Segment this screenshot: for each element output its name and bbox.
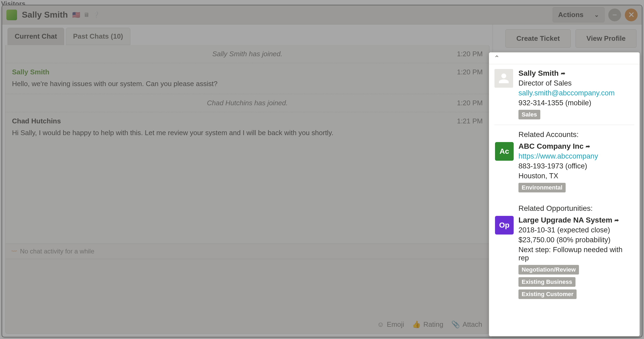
attach-button[interactable]: 📎Attach	[451, 320, 482, 329]
open-external-icon: ➦	[614, 217, 619, 223]
contact-name[interactable]: Sally Smith ➦	[518, 69, 634, 78]
chat-message: Chad Hutchins 1:21 PM Hi Sally, I would …	[6, 112, 489, 143]
account-entry: Ac ABC Company Inc ➦ https://www.abccomp…	[518, 142, 634, 192]
account-url[interactable]: https://www.abccompany	[518, 152, 598, 160]
account-badge: Ac	[495, 142, 514, 161]
activity-icon: 〰	[11, 248, 17, 255]
account-name[interactable]: ABC Company Inc ➦	[518, 142, 634, 151]
chevron-up-icon: ⌃	[494, 54, 500, 62]
country-flag-icon: 🇺🇸	[72, 11, 80, 19]
contact-name-text: Sally Smith	[518, 69, 559, 78]
contact-phone: 932-314-1355 (mobile)	[518, 99, 634, 107]
opportunity-close: 2018-10-31 (expected close)	[518, 226, 634, 234]
open-external-icon: ➦	[586, 143, 590, 150]
minimize-button[interactable]: −	[608, 9, 621, 21]
section-heading: Related Opportunities:	[494, 204, 634, 213]
message-sender: Chad Hutchins	[12, 117, 483, 125]
attach-label: Attach	[462, 320, 482, 329]
chat-transcript: Sally Smith has joined. 1:20 PM Sally Sm…	[6, 45, 489, 244]
tab-past-chats[interactable]: Past Chats (10)	[66, 28, 130, 45]
rating-label: Rating	[423, 320, 443, 329]
contact-title: Director of Sales	[518, 79, 634, 87]
account-name-text: ABC Company Inc	[518, 142, 583, 151]
opportunity-tag: Negotiation/Review	[518, 265, 579, 275]
topbar: Sally Smith 🇺🇸 🖥 ❔ Actions ⌄ − ✕	[2, 5, 642, 25]
view-profile-button[interactable]: View Profile	[575, 29, 637, 48]
event-time: 1:20 PM	[457, 68, 483, 76]
avatar-placeholder-icon	[494, 69, 513, 88]
message-body: Hi Sally, I would be happy to help with …	[12, 128, 483, 138]
inactivity-notice: 〰 No chat activity for a while	[6, 244, 489, 259]
topbar-title: Sally Smith	[22, 10, 68, 20]
system-text: Chad Hutchins has joined.	[207, 99, 288, 107]
rating-button[interactable]: 👍Rating	[412, 320, 443, 329]
opportunity-tag: Existing Business	[518, 277, 575, 287]
system-text: Sally Smith has joined.	[212, 50, 282, 58]
opportunity-name[interactable]: Large Upgrade NA System ➦	[518, 216, 634, 224]
tab-current-chat[interactable]: Current Chat	[7, 28, 64, 45]
system-event: Chad Hutchins has joined. 1:20 PM	[6, 94, 489, 112]
crm-panel: ⌃ Sally Smith ➦ Director of Sales sally.…	[489, 52, 640, 336]
event-time: 1:20 PM	[457, 50, 483, 58]
opportunity-amount: $23,750.00 (80% probability)	[518, 236, 634, 244]
chevron-down-icon: ⌄	[594, 11, 599, 18]
opportunity-badge: Op	[495, 216, 514, 235]
emoji-label: Emoji	[387, 320, 404, 329]
opportunity-entry: Op Large Upgrade NA System ➦ 2018-10-31 …	[518, 216, 634, 299]
monitor-icon[interactable]: 🖥	[83, 11, 89, 18]
create-ticket-button[interactable]: Create Ticket	[505, 29, 571, 48]
contact-card: Sally Smith ➦ Director of Sales sally.sm…	[494, 69, 634, 125]
opportunity-next: Next step: Followup needed with rep	[518, 246, 634, 262]
open-external-icon: ➦	[561, 70, 565, 76]
emoji-button[interactable]: ☺Emoji	[377, 320, 404, 329]
inactivity-text: No chat activity for a while	[20, 248, 94, 255]
related-opportunities-section: Related Opportunities: Op Large Upgrade …	[494, 199, 634, 299]
contact-tag: Sales	[518, 110, 540, 119]
emoji-icon: ☺	[377, 320, 384, 329]
message-sender: Sally Smith	[12, 68, 483, 76]
actions-dropdown[interactable]: Actions ⌄	[553, 7, 605, 22]
section-heading: Related Accounts:	[494, 130, 634, 139]
related-accounts-section: Related Accounts: Ac ABC Company Inc ➦ h…	[494, 125, 634, 192]
account-phone: 883-193-1973 (office)	[518, 162, 634, 170]
chat-message: Sally Smith 1:20 PM Hello, we're having …	[6, 63, 489, 94]
event-time: 1:20 PM	[457, 99, 483, 107]
thumbs-up-icon: 👍	[412, 320, 421, 329]
contact-email[interactable]: sally.smith@abccompany.com	[518, 89, 615, 97]
event-time: 1:21 PM	[457, 117, 483, 125]
actions-label: Actions	[558, 11, 583, 19]
chat-pane: Current Chat Past Chats (10) Sally Smith…	[2, 25, 493, 337]
contact-avatar-small	[6, 10, 17, 20]
system-event: Sally Smith has joined. 1:20 PM	[6, 45, 489, 63]
compose-area[interactable]: ☺Emoji 👍Rating 📎Attach	[5, 259, 489, 334]
close-button[interactable]: ✕	[625, 9, 638, 21]
account-tag: Environmental	[518, 183, 566, 192]
crm-collapse-toggle[interactable]: ⌃	[489, 53, 639, 64]
opportunity-name-text: Large Upgrade NA System	[518, 216, 612, 224]
opportunity-tag: Existing Customer	[518, 289, 577, 299]
message-body: Hello, we're having issues with our syst…	[12, 79, 483, 89]
account-location: Houston, TX	[518, 172, 634, 180]
help-icon[interactable]: ❔	[92, 11, 100, 18]
paperclip-icon: 📎	[451, 320, 460, 329]
